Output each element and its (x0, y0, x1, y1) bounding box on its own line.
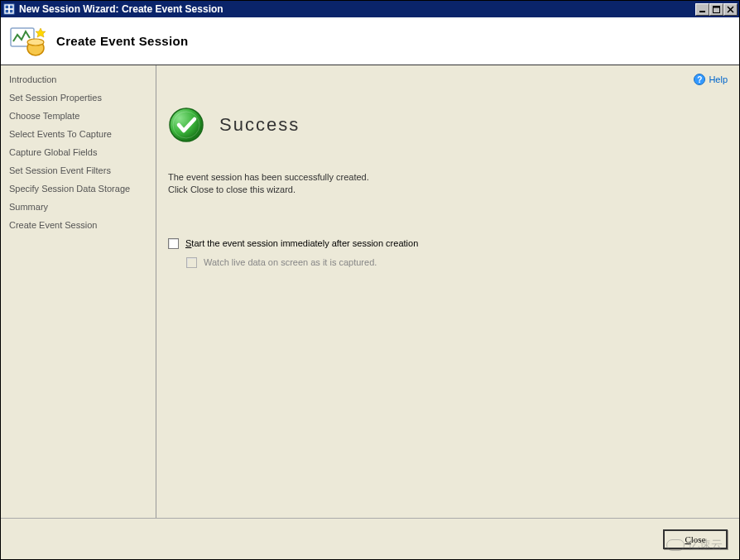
svg-rect-3 (6, 10, 9, 13)
nav-summary[interactable]: Summary (1, 198, 156, 216)
close-button[interactable] (723, 3, 738, 16)
watch-live-option-row: Watch live data on screen as it is captu… (186, 257, 728, 268)
svg-rect-2 (10, 6, 13, 9)
watch-live-label: Watch live data on screen as it is captu… (204, 257, 377, 267)
success-message-line1: The event session has been successfully … (168, 171, 728, 184)
options-block: Start the event session immediately afte… (168, 238, 728, 268)
wizard-body: Introduction Set Session Properties Choo… (1, 65, 739, 518)
close-wizard-button[interactable]: Close (663, 529, 728, 549)
nav-select-events[interactable]: Select Events To Capture (1, 125, 156, 143)
help-icon: ? (694, 74, 705, 85)
window-title: New Session Wizard: Create Event Session (19, 3, 695, 15)
nav-introduction[interactable]: Introduction (1, 70, 156, 89)
success-icon (168, 107, 204, 143)
app-icon (2, 2, 16, 16)
nav-choose-template[interactable]: Choose Template (1, 107, 156, 125)
wizard-footer: Close (1, 518, 739, 559)
title-bar: New Session Wizard: Create Event Session (1, 1, 739, 17)
svg-point-14 (170, 108, 203, 141)
wizard-nav-sidebar: Introduction Set Session Properties Choo… (1, 65, 156, 518)
success-message: The event session has been successfully … (168, 171, 728, 197)
watch-live-checkbox (186, 257, 197, 268)
maximize-button[interactable] (709, 3, 723, 16)
svg-marker-13 (36, 28, 46, 37)
success-message-line2: Click Close to close this wizard. (168, 184, 728, 196)
wizard-title: Create Event Session (56, 34, 188, 48)
help-link[interactable]: ? Help (694, 74, 728, 85)
svg-rect-1 (6, 6, 9, 9)
nav-capture-global-fields[interactable]: Capture Global Fields (1, 143, 156, 161)
success-row: Success (168, 107, 728, 143)
nav-specify-storage[interactable]: Specify Session Data Storage (1, 179, 156, 198)
start-session-label: Start the event session immediately afte… (185, 238, 418, 248)
wizard-main-panel: ? Help Success (156, 65, 739, 518)
minimize-button[interactable] (695, 3, 709, 16)
nav-set-event-filters[interactable]: Set Session Event Filters (1, 161, 156, 179)
help-label: Help (709, 74, 728, 84)
start-session-option-row: Start the event session immediately afte… (168, 238, 728, 249)
nav-set-session-properties[interactable]: Set Session Properties (1, 89, 156, 107)
start-session-checkbox[interactable] (168, 238, 179, 249)
wizard-header: Create Event Session (1, 17, 739, 65)
svg-point-12 (27, 39, 44, 45)
nav-create-event-session[interactable]: Create Event Session (1, 216, 156, 234)
wizard-header-icon (9, 25, 46, 58)
success-heading: Success (219, 114, 300, 136)
svg-rect-4 (10, 10, 13, 13)
window-controls (695, 3, 738, 16)
